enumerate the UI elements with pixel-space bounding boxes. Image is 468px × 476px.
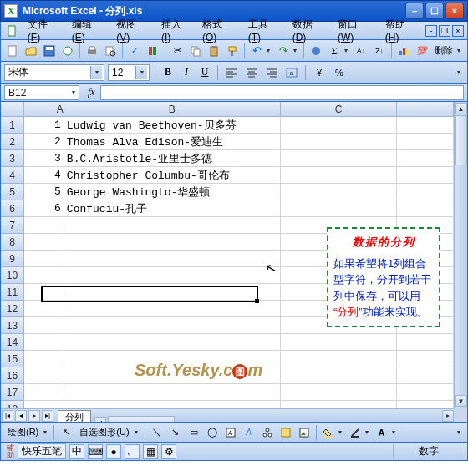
percent-icon[interactable]: % — [331, 64, 348, 81]
clipart-icon[interactable] — [277, 424, 294, 441]
col-header-a[interactable]: A — [24, 102, 64, 117]
cell[interactable] — [281, 167, 397, 184]
align-center-icon[interactable] — [243, 64, 260, 81]
row-header[interactable]: 11 — [1, 284, 24, 301]
cell[interactable] — [24, 217, 64, 234]
cell[interactable] — [397, 367, 454, 384]
bold-button[interactable]: B — [160, 65, 176, 80]
paste-icon[interactable] — [206, 43, 222, 59]
menu-o[interactable]: 格式(O) — [197, 16, 242, 45]
cell[interactable]: Thomas Alva Edison-爱迪生 — [64, 134, 281, 150]
underline-button[interactable]: U — [197, 65, 212, 80]
cell[interactable] — [397, 117, 454, 134]
cell[interactable] — [397, 200, 454, 217]
row-header[interactable]: 9 — [1, 251, 24, 267]
select-objects-icon[interactable]: ↖ — [58, 424, 74, 441]
ime-full-icon[interactable]: ● — [106, 444, 121, 459]
scroll-thumb[interactable] — [455, 115, 467, 165]
menu-f[interactable]: 文件(F) — [23, 16, 65, 45]
copy-icon[interactable] — [187, 43, 204, 59]
menu-d[interactable]: 数据(D) — [287, 16, 331, 45]
delete-label[interactable]: 删除 — [432, 43, 455, 59]
col-header-d[interactable] — [397, 102, 454, 117]
cell[interactable]: 2 — [24, 134, 64, 150]
menu-e[interactable]: 编辑(E) — [67, 16, 110, 45]
menu-w[interactable]: 窗口(W) — [333, 16, 379, 45]
ime-cn-icon[interactable]: 中 — [69, 444, 84, 459]
currency-icon[interactable]: ¥ — [311, 64, 328, 81]
row-header[interactable]: 2 — [1, 134, 24, 150]
cell[interactable] — [281, 200, 397, 217]
row-header[interactable]: 1 — [1, 117, 24, 134]
textbox-icon[interactable]: A — [222, 424, 239, 441]
worksheet-grid[interactable]: A B C 123456789101112131415161718 1Ludwi… — [0, 102, 468, 423]
maximize-button[interactable]: ☐ — [425, 3, 444, 19]
col-header-c[interactable]: C — [281, 102, 397, 117]
chart-icon[interactable] — [395, 43, 412, 59]
drawbar-options-dropdown[interactable]: ▾ — [457, 428, 464, 436]
scroll-left-icon[interactable]: ◂ — [94, 417, 106, 423]
format-painter-icon[interactable] — [224, 43, 241, 59]
format-options-dropdown[interactable]: ▾ — [457, 68, 464, 76]
cell[interactable]: Ludwig van Beethoven-贝多芬 — [64, 117, 281, 134]
cell[interactable] — [64, 217, 281, 234]
cell[interactable] — [24, 301, 64, 317]
menu-v[interactable]: 视图(V) — [111, 16, 155, 45]
cell[interactable] — [397, 351, 454, 367]
align-right-icon[interactable] — [263, 64, 280, 81]
arrow-icon[interactable]: ↘ — [167, 424, 184, 441]
tab-first-button[interactable]: |◂ — [2, 410, 13, 422]
row-header[interactable]: 4 — [1, 167, 24, 184]
cell[interactable] — [24, 334, 64, 351]
row-header[interactable]: 8 — [1, 234, 24, 251]
sort-desc-icon[interactable]: Z↓ — [371, 43, 388, 59]
toolbar-options-dropdown[interactable]: ▾ — [457, 47, 464, 54]
scroll-down-icon[interactable]: ▼ — [455, 395, 467, 407]
cell[interactable] — [281, 150, 397, 167]
cell[interactable]: 3 — [24, 150, 64, 167]
cell[interactable]: B.C.Aristotle-亚里士多德 — [64, 150, 281, 167]
rectangle-icon[interactable]: ▭ — [186, 424, 202, 441]
autosum-dropdown[interactable]: ▾ — [344, 47, 351, 54]
cell[interactable] — [281, 384, 397, 401]
formula-input[interactable] — [100, 85, 464, 100]
redo-dropdown[interactable]: ▾ — [293, 47, 300, 54]
align-left-icon[interactable] — [223, 64, 240, 81]
mdi-restore-button[interactable]: ❐ — [439, 25, 450, 37]
ime-name[interactable]: 快乐五笔 — [18, 443, 66, 459]
italic-button[interactable]: I — [179, 65, 194, 80]
vertical-scrollbar[interactable]: ▲ ▼ — [454, 102, 467, 408]
row-header[interactable]: 6 — [1, 200, 24, 217]
cell[interactable] — [281, 351, 397, 367]
cut-icon[interactable]: ✂ — [169, 43, 186, 59]
mdi-close-button[interactable]: × — [452, 25, 464, 37]
undo-dropdown[interactable]: ▾ — [267, 47, 273, 54]
research-icon[interactable] — [145, 43, 161, 59]
cell[interactable] — [24, 351, 64, 367]
cell[interactable]: 6 — [24, 200, 64, 217]
row-header[interactable]: 10 — [1, 267, 24, 284]
cell[interactable] — [397, 134, 454, 150]
cell[interactable] — [397, 167, 454, 184]
cell[interactable] — [64, 284, 281, 301]
ime-softkb-icon[interactable]: ▦ — [143, 444, 158, 459]
permission-icon[interactable] — [59, 43, 76, 59]
cell[interactable] — [64, 251, 281, 267]
cell[interactable] — [24, 267, 64, 284]
cell[interactable] — [64, 301, 281, 317]
cell[interactable]: Confuciu-孔子 — [64, 200, 281, 217]
cell[interactable] — [64, 317, 281, 334]
cell[interactable] — [397, 184, 454, 200]
picture-icon[interactable] — [296, 424, 313, 441]
col-header-b[interactable]: B — [64, 102, 281, 117]
line-color-icon[interactable] — [347, 424, 364, 441]
cell[interactable] — [24, 384, 64, 401]
row-header[interactable]: 3 — [1, 150, 24, 167]
merge-center-icon[interactable]: a — [283, 64, 300, 81]
ime-punct-icon[interactable]: 。 — [125, 444, 140, 459]
row-header[interactable]: 5 — [1, 184, 24, 200]
cell[interactable]: 1 — [24, 117, 64, 134]
row-header[interactable]: 16 — [1, 367, 24, 384]
zoom-icon[interactable]: 💯 — [414, 43, 430, 59]
undo-icon[interactable]: ↶ — [248, 43, 265, 59]
